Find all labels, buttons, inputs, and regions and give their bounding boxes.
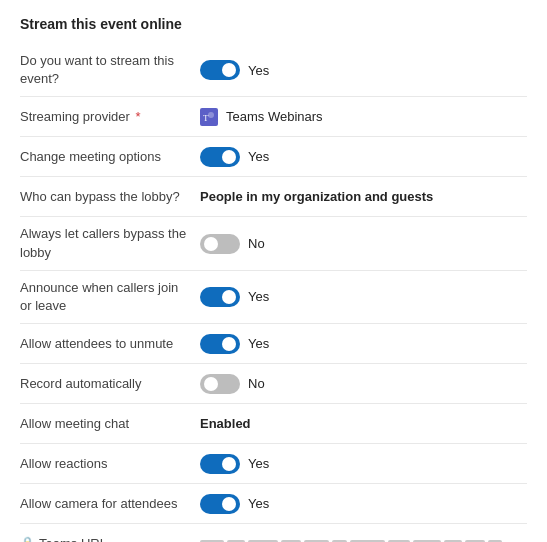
label-teams-url: 🔒 Teams URL — [20, 535, 200, 542]
row-change-meeting-options: Change meeting options Yes — [20, 137, 527, 177]
toggle-allow-unmute[interactable] — [200, 334, 240, 354]
svg-point-2 — [208, 112, 214, 118]
toggle-record-automatically[interactable] — [200, 374, 240, 394]
row-allow-chat: Allow meeting chat Enabled — [20, 404, 527, 444]
toggle-label-camera: Yes — [248, 496, 269, 511]
toggle-slider-reactions — [200, 454, 240, 474]
row-allow-unmute: Allow attendees to unmute Yes — [20, 324, 527, 364]
toggle-label-reactions: Yes — [248, 456, 269, 471]
label-callers-bypass-lobby: Always let callers bypass the lobby — [20, 225, 200, 261]
page-title: Stream this event online — [20, 16, 527, 32]
toggle-stream-event[interactable] — [200, 60, 240, 80]
toggle-label-announce: Yes — [248, 289, 269, 304]
value-streaming-provider: T Teams Webinars — [200, 108, 527, 126]
label-stream-event: Do you want to stream this event? — [20, 52, 200, 88]
label-record-automatically: Record automatically — [20, 375, 200, 393]
toggle-callers-bypass-lobby[interactable] — [200, 234, 240, 254]
value-bypass-lobby: People in my organization and guests — [200, 189, 527, 204]
toggle-slider-change-meeting — [200, 147, 240, 167]
value-allow-reactions: Yes — [200, 454, 527, 474]
toggle-allow-reactions[interactable] — [200, 454, 240, 474]
label-allow-chat: Allow meeting chat — [20, 415, 200, 433]
value-change-meeting-options: Yes — [200, 147, 527, 167]
toggle-slider-unmute — [200, 334, 240, 354]
row-bypass-lobby: Who can bypass the lobby? People in my o… — [20, 177, 527, 217]
value-allow-camera: Yes — [200, 494, 527, 514]
value-record-automatically: No — [200, 374, 527, 394]
toggle-slider-callers-bypass — [200, 234, 240, 254]
row-teams-url: 🔒 Teams URL — [20, 524, 527, 542]
value-allow-chat: Enabled — [200, 416, 527, 431]
toggle-allow-camera[interactable] — [200, 494, 240, 514]
label-allow-reactions: Allow reactions — [20, 455, 200, 473]
row-announce-callers: Announce when callers join or leave Yes — [20, 271, 527, 324]
toggle-slider-camera — [200, 494, 240, 514]
toggle-change-meeting-options[interactable] — [200, 147, 240, 167]
label-allow-unmute: Allow attendees to unmute — [20, 335, 200, 353]
toggle-slider-announce — [200, 287, 240, 307]
value-callers-bypass-lobby: No — [200, 234, 527, 254]
toggle-slider-record — [200, 374, 240, 394]
toggle-announce-callers[interactable] — [200, 287, 240, 307]
value-announce-callers: Yes — [200, 287, 527, 307]
toggle-label-stream-event: Yes — [248, 63, 269, 78]
value-stream-event: Yes — [200, 60, 527, 80]
label-streaming-provider: Streaming provider * — [20, 108, 200, 126]
row-stream-event: Do you want to stream this event? Yes — [20, 44, 527, 97]
label-announce-callers: Announce when callers join or leave — [20, 279, 200, 315]
teams-url-text: Teams URL — [39, 535, 107, 542]
row-streaming-provider: Streaming provider * T Teams Webinars — [20, 97, 527, 137]
lock-icon-url: 🔒 — [20, 535, 35, 542]
toggle-label-unmute: Yes — [248, 336, 269, 351]
label-change-meeting-options: Change meeting options — [20, 148, 200, 166]
toggle-slider-stream-event — [200, 60, 240, 80]
label-bypass-lobby: Who can bypass the lobby? — [20, 188, 200, 206]
value-allow-unmute: Yes — [200, 334, 527, 354]
toggle-label-callers-bypass: No — [248, 236, 265, 251]
row-allow-camera: Allow camera for attendees Yes — [20, 484, 527, 524]
label-allow-camera: Allow camera for attendees — [20, 495, 200, 513]
provider-name: Teams Webinars — [226, 109, 323, 124]
row-allow-reactions: Allow reactions Yes — [20, 444, 527, 484]
required-marker: * — [135, 109, 140, 124]
row-record-automatically: Record automatically No — [20, 364, 527, 404]
toggle-label-change-meeting: Yes — [248, 149, 269, 164]
toggle-label-record: No — [248, 376, 265, 391]
teams-provider-icon: T — [200, 108, 218, 126]
row-callers-bypass-lobby: Always let callers bypass the lobby No — [20, 217, 527, 270]
page-container: Stream this event online Do you want to … — [0, 0, 547, 542]
